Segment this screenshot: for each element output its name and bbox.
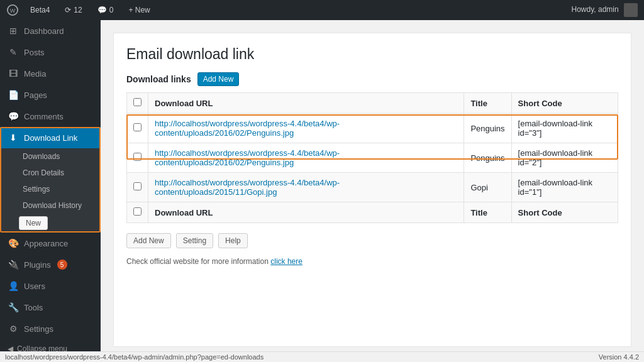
sidebar-item-appearance[interactable]: 🎨 Appearance [0, 233, 101, 254]
submenu-item-settings[interactable]: Settings [0, 181, 101, 197]
row3-checkbox-cell [127, 173, 148, 202]
add-new-button-top[interactable]: Add New [197, 72, 240, 86]
download-link-section: ⬇ Download Link Downloads Cron Details S… [0, 127, 101, 233]
download-submenu: Downloads Cron Details Settings Download… [0, 148, 101, 233]
download-link-icon: ⬇ [8, 132, 19, 143]
submenu-item-download-history[interactable]: Download History [0, 197, 101, 214]
dashboard-icon: ⊞ [8, 25, 19, 36]
sidebar-item-users[interactable]: 👤 Users [0, 275, 101, 297]
select-all-bottom-checkbox[interactable] [133, 207, 142, 216]
page-title: Email download link [126, 46, 618, 63]
users-icon: 👤 [8, 280, 19, 292]
select-all-checkbox[interactable] [133, 98, 142, 106]
pages-icon: 📄 [8, 89, 19, 101]
sidebar-label-appearance: Appearance [24, 239, 68, 248]
adminbar-howdy: Howdy, admin [572, 3, 638, 17]
sidebar-label-posts: Posts [24, 48, 45, 57]
table-row: http://localhost/wordpress/wordpress-4.4… [127, 173, 618, 202]
row2-checkbox[interactable] [133, 153, 142, 161]
section-title: Download links [126, 74, 191, 84]
sidebar-item-pages[interactable]: 📄 Pages [0, 84, 101, 106]
table-row: http://localhost/wordpress/wordpress-4.4… [127, 114, 618, 143]
media-icon: 🎞 [8, 68, 19, 79]
table-nav-top: Download links Add New [126, 72, 618, 86]
adminbar-comments[interactable]: 💬 0 [94, 0, 118, 20]
click-here-link[interactable]: click here [270, 257, 303, 266]
row1-checkbox[interactable] [133, 123, 142, 131]
tfoot-shortcode: Short Code [511, 202, 618, 223]
th-checkbox [127, 93, 148, 114]
appearance-icon: 🎨 [8, 238, 19, 249]
admin-avatar [624, 3, 638, 17]
sidebar-item-tools[interactable]: 🔧 Tools [0, 297, 101, 318]
content-wrap: Email download link Download links Add N… [113, 33, 631, 347]
version-text: Version 4.4.2 [599, 353, 639, 361]
status-url: localhost/wordpress/wordpress-4.4/beta4/… [5, 353, 264, 361]
submenu-item-cron-details[interactable]: Cron Details [0, 165, 101, 181]
adminbar-updates[interactable]: ⟳ 12 [61, 0, 86, 20]
adminbar-site[interactable]: Beta4 [26, 0, 53, 20]
submenu-item-downloads[interactable]: Downloads [0, 148, 101, 165]
row2-shortcode-cell: [email-download-link id="2"] [511, 143, 618, 173]
site-name: Beta4 [30, 6, 50, 14]
submenu-new-button[interactable]: New [19, 216, 48, 230]
tfoot-url: Download URL [148, 202, 464, 223]
comments-icon: 💬 [8, 111, 19, 122]
plugins-badge: 5 [57, 260, 67, 270]
table-row: http://localhost/wordpress/wordpress-4.4… [127, 143, 618, 173]
settings-icon: ⚙ [8, 323, 19, 334]
th-shortcode: Short Code [511, 93, 618, 114]
sidebar-label-tools: Tools [24, 303, 43, 312]
tfoot-checkbox [127, 202, 148, 223]
setting-button[interactable]: Setting [176, 233, 213, 248]
sidebar-label-comments: Comments [24, 112, 64, 121]
sidebar-item-posts[interactable]: ✎ Posts [0, 41, 101, 63]
row3-url-cell: http://localhost/wordpress/wordpress-4.4… [148, 173, 464, 202]
adminbar-new[interactable]: + New [125, 0, 153, 20]
plugins-icon: 🔌 [8, 259, 19, 270]
sidebar-item-comments[interactable]: 💬 Comments [0, 106, 101, 127]
status-bar: localhost/wordpress/wordpress-4.4/beta4/… [0, 351, 644, 362]
sidebar-item-plugins[interactable]: 🔌 Plugins 5 [0, 254, 101, 275]
table-wrapper: Download URL Title Short Code htt [126, 92, 618, 223]
row2-title-cell: Penguins [464, 143, 511, 173]
row3-url-link[interactable]: http://localhost/wordpress/wordpress-4.4… [155, 178, 340, 197]
sidebar-label-media: Media [24, 69, 46, 79]
svg-text:W: W [10, 8, 16, 14]
sidebar-item-download-link[interactable]: ⬇ Download Link [0, 127, 101, 148]
sidebar-label-dashboard: Dashboard [24, 26, 64, 36]
sidebar-label-pages: Pages [24, 90, 47, 100]
add-new-button-bottom[interactable]: Add New [126, 233, 171, 248]
th-title: Title [464, 93, 511, 114]
tools-icon: 🔧 [8, 302, 19, 313]
sidebar-item-dashboard[interactable]: ⊞ Dashboard [0, 20, 101, 41]
row3-checkbox[interactable] [133, 182, 142, 190]
main-wrapper: ⊞ Dashboard ✎ Posts 🎞 Media 📄 Pages 💬 Co… [0, 20, 644, 362]
wp-logo-icon[interactable]: W [6, 4, 19, 16]
sidebar-label-download-link: Download Link [24, 133, 77, 143]
admin-bar: W Beta4 ⟳ 12 💬 0 + New Howdy, admin [0, 0, 644, 20]
row1-url-cell: http://localhost/wordpress/wordpress-4.4… [148, 114, 464, 143]
table-body: http://localhost/wordpress/wordpress-4.4… [127, 114, 618, 202]
download-links-table: Download URL Title Short Code htt [126, 92, 618, 223]
th-download-url: Download URL [148, 93, 464, 114]
tfoot-title: Title [464, 202, 511, 223]
row1-url-link[interactable]: http://localhost/wordpress/wordpress-4.4… [155, 119, 340, 138]
sidebar-item-settings[interactable]: ⚙ Settings [0, 318, 101, 339]
row2-checkbox-cell [127, 143, 148, 173]
sidebar-label-users: Users [24, 282, 45, 291]
row2-url-cell: http://localhost/wordpress/wordpress-4.4… [148, 143, 464, 173]
table-nav-bottom: Add New Setting Help [126, 229, 618, 252]
row2-url-link[interactable]: http://localhost/wordpress/wordpress-4.4… [155, 148, 340, 167]
posts-icon: ✎ [8, 47, 19, 58]
row1-shortcode-cell: [email-download-link id="3"] [511, 114, 618, 143]
info-text: Check official website for more informat… [126, 257, 618, 266]
submenu-new-area: New [0, 214, 101, 233]
sidebar-label-settings: Settings [24, 324, 53, 334]
help-button[interactable]: Help [218, 233, 248, 248]
sidebar-label-plugins: Plugins [24, 260, 51, 270]
row3-shortcode-cell: [email-download-link id="1"] [511, 173, 618, 202]
main-content: Email download link Download links Add N… [101, 20, 644, 362]
sidebar-item-media[interactable]: 🎞 Media [0, 63, 101, 84]
row1-checkbox-cell [127, 114, 148, 143]
